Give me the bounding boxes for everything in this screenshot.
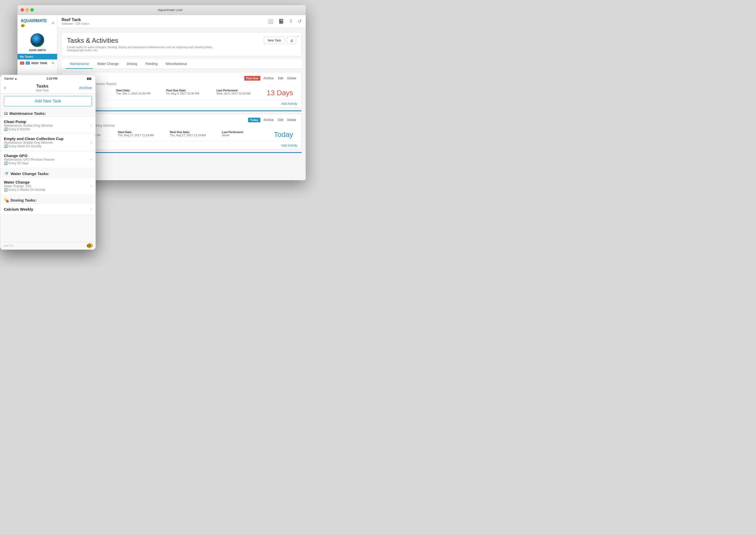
task-name-clean-pump: Clean Pump [4, 120, 53, 124]
back-button[interactable]: ‹ [4, 84, 6, 91]
task-sub-clean-pump: Maintenance: Bubble King Skimmer [4, 124, 53, 127]
window-title: Aquarimate Live! [38, 8, 303, 12]
last-performed-label-pump: Last Performed: [222, 130, 274, 134]
my-tanks-section: My Tanks: 3 1 REEF TANK ✎ [17, 54, 57, 67]
water-change-section-header: 🚿 Water Change Tasks: [0, 169, 95, 177]
nav-subtitle: Reef Tank [36, 89, 49, 92]
badge-blue: 1 [26, 62, 30, 65]
task-schedule-empty-cup: 🔄 Every Week On Sunday [4, 144, 64, 148]
battery-icon: ▮▮▮ [87, 77, 91, 80]
edit-button-gfo[interactable]: Edit [277, 76, 284, 80]
task-info-empty-cup: Empty and Clean Collection Cup Maintenan… [4, 136, 64, 148]
new-task-button[interactable]: New Task [264, 37, 285, 44]
logo-fish-icon: 🐠 [21, 23, 25, 28]
traffic-lights [21, 8, 34, 12]
add-activity-button-pump[interactable]: Add Activity [281, 144, 297, 147]
tab-dosing[interactable]: Dosing [123, 59, 141, 69]
task-name-change-gfo: Change GFO [4, 154, 55, 158]
last-performed-value-gfo: Wed, Jul 5, 2017 12:00 AM [216, 92, 267, 95]
task-details-gfo: Schedule: Every 30 days Start Date: Tue,… [62, 88, 301, 99]
refresh-icon-cup: 🔄 [4, 144, 8, 148]
mobile-scroll-area[interactable]: 🗂 Maintenance Tasks: Clean Pump Maintena… [0, 109, 95, 244]
footer-fish: 🐠 [86, 242, 93, 249]
mobile-task-clean-pump[interactable]: Clean Pump Maintenance: Bubble King Skim… [0, 117, 95, 134]
monitor-icon[interactable]: ⬜ [268, 18, 273, 24]
delete-button-pump[interactable]: Delete [286, 118, 297, 122]
task-name-calcium: Calcium Weekly [4, 207, 33, 211]
due-date-label-gfo: Past Due Date: [166, 89, 216, 92]
task-card-header-gfo: Change GFO Maintenance: GFO Phosban Reac… [62, 72, 301, 88]
tab-miscellaneous[interactable]: Miscellaneous [162, 59, 191, 69]
tab-maintenance[interactable]: Maintenance [66, 59, 93, 69]
carrier-label: Carrier ▲ [4, 77, 17, 80]
avatar [30, 33, 44, 47]
task-info-change-gfo: Change GFO Maintenance: GFO Phosban Reac… [4, 154, 55, 165]
logo-area: AQUARIMATE 🐠 ≡ [17, 15, 57, 30]
mobile-status-bar: Carrier ▲ 2:23 PM ▮▮▮ [0, 75, 95, 82]
task-footer-pump: No Activities Add Activity [62, 141, 301, 149]
close-button[interactable] [21, 8, 24, 12]
edit-button-pump[interactable]: Edit [277, 118, 284, 122]
start-date-label-gfo: Start Date: [116, 89, 166, 92]
tank-item[interactable]: 3 1 REEF TANK ✎ [17, 60, 57, 67]
start-date-value-gfo: Tue, Dec 1, 2015 10:36 PM [116, 92, 166, 95]
refresh-icon[interactable]: ↺ [298, 18, 302, 24]
chevron-right-clean-pump: › [90, 123, 92, 128]
mobile-task-water-change[interactable]: Water Change Water Change: 10G 🔄 Every 2… [0, 177, 95, 194]
water-change-icon: 🚿 [4, 171, 9, 176]
task-info-water-change: Water Change Water Change: 10G 🔄 Every 2… [4, 180, 45, 191]
user-name: JOHN SMITH [29, 49, 46, 52]
due-today-pump: Today [274, 130, 293, 139]
wifi-icon: ▲ [14, 77, 17, 80]
mobile-task-calcium[interactable]: Calcium Weekly › [0, 204, 95, 215]
book-icon[interactable]: 📓 [279, 18, 284, 24]
task-card-header-pump: Clean Pump Maintenance: Bubble King Skim… [62, 114, 301, 129]
footer-version: Live 7.0 [4, 244, 13, 247]
archive-button-gfo[interactable]: Archive [262, 76, 275, 80]
last-performed-col-pump: Last Performed: Never [222, 130, 274, 139]
divider-1 [62, 110, 302, 111]
due-date-label-pump: Next Due Date: [170, 130, 222, 134]
print-button[interactable]: 🖨 [287, 37, 296, 44]
top-bar: Reef Tank Saltwater · 225 Gallon ⬜ 📓 ⠿ ↺ [57, 15, 306, 28]
avatar-area: JOHN SMITH [29, 30, 46, 54]
divider-2 [62, 152, 302, 153]
dosing-section-header: 💊 Dosing Tasks: [0, 196, 95, 204]
due-days-gfo: 13 Days [267, 89, 293, 97]
due-indicator-gfo: 13 Days [267, 89, 297, 97]
collapse-icon[interactable]: ⤢ [297, 35, 299, 38]
delete-button-gfo[interactable]: Delete [286, 76, 297, 80]
add-new-task-button[interactable]: Add New Task [4, 96, 92, 106]
tab-water-change[interactable]: Water Change [93, 59, 122, 69]
maximize-button[interactable] [30, 8, 34, 12]
edit-tank-icon[interactable]: ✎ [51, 61, 55, 65]
nav-center: Tasks Reef Tank [36, 84, 49, 92]
task-schedule-change-gfo: 🔄 Every 30 Days [4, 161, 55, 165]
last-performed-col-gfo: Last Performed: Wed, Jul 5, 2017 12:00 A… [216, 89, 267, 97]
tasks-header-panel: Tasks & Activities Create tasks for wate… [62, 32, 302, 56]
last-performed-value-pump: Never [222, 134, 274, 137]
start-date-col-gfo: Start Date: Tue, Dec 1, 2015 10:36 PM [116, 89, 166, 97]
last-performed-label-gfo: Last Performed: [216, 89, 267, 92]
tasks-header-actions: New Task 🖨 [264, 37, 296, 44]
grid-icon[interactable]: ⠿ [289, 18, 293, 24]
tab-feeding[interactable]: Feeding [141, 59, 162, 69]
archive-button-pump[interactable]: Archive [262, 118, 275, 122]
mobile-task-empty-cup[interactable]: Empty and Clean Collection Cup Maintenan… [0, 134, 95, 151]
due-date-value-pump: Thu, Aug 17, 2017 11:19 AM [170, 134, 222, 137]
mobile-device: Carrier ▲ 2:23 PM ▮▮▮ ‹ Tasks Reef Tank … [0, 75, 96, 250]
minimize-button[interactable] [25, 8, 29, 12]
hamburger-icon[interactable]: ≡ [52, 21, 54, 25]
mobile-task-change-gfo[interactable]: Change GFO Maintenance: GFO Phosban Reac… [0, 151, 95, 168]
task-card-clean-pump: Clean Pump Maintenance: Bubble King Skim… [62, 114, 302, 150]
archive-button-mobile[interactable]: Archive [79, 85, 92, 90]
task-card-change-gfo: Change GFO Maintenance: GFO Phosban Reac… [62, 72, 302, 108]
task-sub-water-change: Water Change: 10G [4, 184, 45, 188]
refresh-icon-water: 🔄 [4, 188, 8, 191]
add-activity-button-gfo[interactable]: Add Activity [281, 102, 297, 105]
task-details-pump: Schedule: Every 6 months on the 17th Sta… [62, 129, 301, 141]
top-bar-icons: ⬜ 📓 ⠿ ↺ [268, 18, 302, 24]
tank-header-info: Reef Tank Saltwater · 225 Gallon [62, 17, 89, 25]
due-indicator-pump: Today [274, 130, 297, 139]
refresh-icon-gfo: 🔄 [4, 161, 8, 165]
